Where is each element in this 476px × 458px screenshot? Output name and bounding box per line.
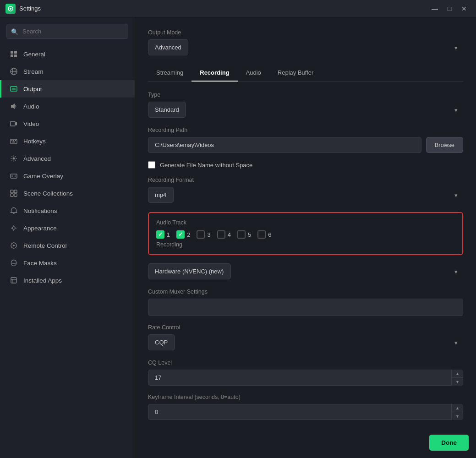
type-select-wrap: Standard [148, 102, 463, 118]
sidebar-item-scene-collections-label: Scene Collections [23, 190, 73, 197]
track-2-number: 2 [187, 231, 190, 238]
game-overlay-icon [10, 172, 18, 180]
recording-format-row: mp4 [148, 187, 463, 203]
minimize-button[interactable]: — [428, 2, 441, 15]
type-label: Type [148, 92, 463, 98]
video-icon [10, 120, 18, 128]
tab-replay-buffer[interactable]: Replay Buffer [269, 65, 322, 82]
general-icon [10, 50, 18, 58]
custom-muxer-input[interactable] [148, 299, 463, 316]
sidebar-item-video[interactable]: Video [0, 115, 135, 132]
svg-point-19 [13, 158, 15, 160]
tab-streaming[interactable]: Streaming [148, 65, 191, 82]
custom-muxer-label: Custom Muxer Settings [148, 289, 463, 295]
sidebar-item-appearance[interactable]: Appearance [0, 219, 135, 237]
svg-rect-26 [11, 194, 13, 196]
sidebar-item-game-overlay-label: Game Overlay [23, 173, 63, 180]
keyframe-input[interactable] [148, 404, 463, 420]
audio-track-section: Audio Track 1 2 3 4 [148, 212, 463, 255]
svg-rect-3 [14, 51, 17, 54]
sidebar-item-game-overlay[interactable]: Game Overlay [0, 167, 135, 185]
svg-rect-18 [12, 142, 15, 142]
track-6: 6 [257, 230, 271, 239]
recording-path-label: Recording Path [148, 127, 463, 133]
maximize-button[interactable]: □ [443, 2, 456, 15]
svg-point-28 [12, 227, 15, 229]
track-5-checkbox[interactable] [237, 230, 246, 239]
cq-level-input[interactable] [148, 370, 463, 386]
sidebar-item-notifications[interactable]: Notifications [0, 202, 135, 219]
generate-filename-label: Generate File Name without Space [160, 162, 252, 169]
sidebar-item-audio-label: Audio [23, 103, 39, 110]
sidebar-item-remote-control[interactable]: Remote Control [0, 237, 135, 254]
sidebar-item-output[interactable]: Output [0, 80, 135, 98]
recording-path-input[interactable] [148, 137, 421, 153]
search-input[interactable] [6, 24, 128, 39]
output-mode-label: Output Mode [148, 29, 463, 36]
sidebar-item-output-label: Output [23, 86, 42, 93]
svg-rect-15 [11, 140, 12, 141]
type-select[interactable]: Standard [148, 102, 186, 118]
recording-sublabel: Recording [156, 241, 455, 248]
notifications-icon [10, 207, 18, 215]
face-masks-icon [10, 259, 18, 267]
output-mode-row: Advanced [148, 39, 463, 55]
window-controls: — □ ✕ [428, 2, 471, 15]
keyframe-up[interactable]: ▲ [452, 404, 463, 412]
stream-icon [10, 67, 18, 76]
sidebar-item-advanced[interactable]: Advanced [0, 150, 135, 167]
sidebar-item-general[interactable]: General [0, 45, 135, 63]
track-1-checkbox[interactable] [156, 230, 164, 239]
done-button[interactable]: Done [429, 435, 469, 451]
output-mode-select-wrap: Advanced [148, 39, 463, 55]
type-row: Standard [148, 102, 463, 118]
sidebar-item-stream[interactable]: Stream [0, 63, 135, 80]
track-4: 4 [217, 230, 231, 239]
svg-rect-25 [14, 190, 17, 193]
track-6-number: 6 [268, 231, 271, 238]
sidebar-item-face-masks[interactable]: Face Masks [0, 254, 135, 272]
audio-icon [10, 102, 18, 110]
sidebar-item-hotkeys[interactable]: Hotkeys [0, 132, 135, 150]
generate-filename-checkbox[interactable] [148, 161, 155, 169]
advanced-icon [10, 154, 18, 163]
track-1: 1 [156, 230, 170, 239]
track-4-checkbox[interactable] [217, 230, 225, 239]
titlebar: Settings — □ ✕ [0, 0, 476, 17]
track-1-number: 1 [167, 231, 170, 238]
encoder-select[interactable]: Hardware (NVENC) (new) [148, 263, 231, 279]
tab-recording[interactable]: Recording [191, 65, 237, 82]
search-icon: 🔍 [11, 28, 18, 35]
keyframe-label: Keyframe Interval (seconds, 0=auto) [148, 394, 463, 400]
output-mode-select[interactable]: Advanced [148, 39, 188, 55]
cq-level-row: ▲ ▼ [148, 370, 463, 386]
browse-button[interactable]: Browse [426, 137, 463, 153]
recording-format-select[interactable]: mp4 [148, 187, 174, 203]
rate-control-select[interactable]: CQP [148, 334, 175, 350]
track-2-checkbox[interactable] [176, 230, 185, 239]
cq-level-label: CQ Level [148, 360, 463, 366]
keyframe-down[interactable]: ▼ [452, 412, 463, 420]
sidebar-item-hotkeys-label: Hotkeys [23, 138, 46, 145]
track-4-number: 4 [228, 231, 231, 238]
cq-level-up[interactable]: ▲ [452, 370, 463, 378]
sidebar-item-installed-apps[interactable]: Installed Apps [0, 272, 135, 289]
track-6-checkbox[interactable] [257, 230, 266, 239]
track-3: 3 [197, 230, 210, 239]
audio-track-label: Audio Track [156, 219, 455, 226]
tab-audio[interactable]: Audio [238, 65, 269, 82]
cq-level-down[interactable]: ▼ [452, 378, 463, 386]
sidebar-item-audio[interactable]: Audio [0, 98, 135, 115]
hotkeys-icon [10, 137, 18, 145]
track-5-number: 5 [248, 231, 251, 238]
sidebar-item-general-label: General [23, 51, 45, 58]
encoder-select-wrap: Hardware (NVENC) (new) [148, 263, 463, 279]
remote-control-icon [10, 241, 18, 250]
svg-point-1 [10, 8, 11, 10]
svg-marker-11 [11, 104, 15, 109]
track-3-checkbox[interactable] [197, 230, 205, 239]
sidebar-item-scene-collections[interactable]: Scene Collections [0, 185, 135, 202]
sidebar: 🔍 General Stream Output Audio [0, 17, 135, 458]
sidebar-item-advanced-label: Advanced [23, 155, 51, 162]
close-button[interactable]: ✕ [458, 2, 471, 15]
